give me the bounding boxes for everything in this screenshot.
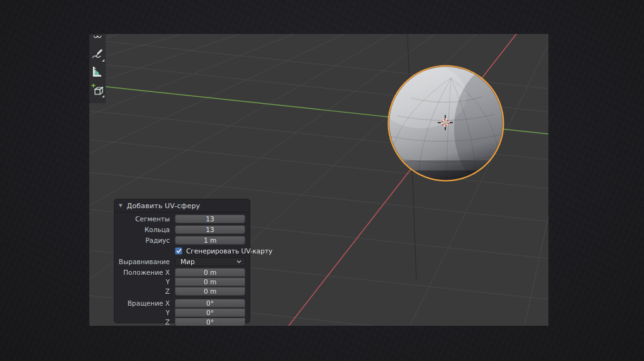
align-row: Выравнивание Мир [114,257,250,266]
collapse-triangle-icon[interactable]: ▼ [119,204,122,208]
rings-field[interactable]: 13 [175,225,245,234]
measure-tool-button[interactable] [90,64,105,79]
operator-panel-header[interactable]: ▼ Добавить UV-сферу [114,199,250,213]
tool-strip [89,34,106,103]
radius-label: Радиус [117,236,170,244]
generate-uv-row: Сгенерировать UV-карту [114,247,250,255]
select-tool-partial-button[interactable] [90,35,105,40]
segments-field[interactable]: 13 [175,214,245,223]
location-y-row: Y 0 m [114,277,250,286]
rotation-x-row: Вращение X 0° [114,299,250,308]
select-tool-partial-icon [92,35,103,40]
add-cube-tool-button[interactable] [90,82,105,98]
location-y-label: Y [117,278,170,286]
rotation-x-field[interactable]: 0° [175,299,245,308]
rings-row: Кольца 13 [114,225,250,234]
location-z-label: Z [117,287,170,295]
location-x-label: Положение X [117,269,170,276]
operator-panel-title: Добавить UV-сферу [126,202,200,210]
presentation-slide: { "toolbar": { "tools": [ {"name": "sele… [0,0,644,361]
rotation-z-row: Z 0° [114,318,250,326]
annotate-tool-button[interactable] [90,47,105,62]
location-x-row: Положение X 0 m [114,268,250,277]
generate-uv-checkbox[interactable] [175,247,182,255]
chevron-down-icon [236,260,242,264]
align-label: Выравнивание [117,258,170,265]
location-y-field[interactable]: 0 m [175,277,245,286]
align-dropdown-value: Мир [180,258,195,265]
rotation-y-label: Y [117,309,170,316]
location-z-row: Z 0 m [114,287,250,296]
subtool-arrow-icon [102,95,104,97]
generate-uv-label: Сгенерировать UV-карту [186,247,272,255]
align-dropdown[interactable]: Мир [175,257,245,266]
rotation-x-label: Вращение X [117,299,170,307]
rings-label: Кольца [117,226,170,233]
location-x-field[interactable]: 0 m [175,268,245,277]
rotation-z-label: Z [117,318,170,326]
radius-field[interactable]: 1 m [175,236,245,245]
measure-protractor-icon [91,65,104,78]
operator-panel: ▼ Добавить UV-сферу Сегменты 13 Кольца 1… [114,199,250,323]
rotation-z-field[interactable]: 0° [175,318,245,326]
3d-viewport[interactable]: ▼ Добавить UV-сферу Сегменты 13 Кольца 1… [89,34,548,326]
segments-label: Сегменты [117,215,170,223]
checkmark-icon [176,248,182,253]
radius-row: Радиус 1 m [114,236,250,245]
rotation-y-field[interactable]: 0° [175,308,245,317]
location-z-field[interactable]: 0 m [175,287,245,296]
segments-row: Сегменты 13 [114,214,250,223]
subtool-arrow-icon [102,59,104,62]
rotation-y-row: Y 0° [114,308,250,317]
